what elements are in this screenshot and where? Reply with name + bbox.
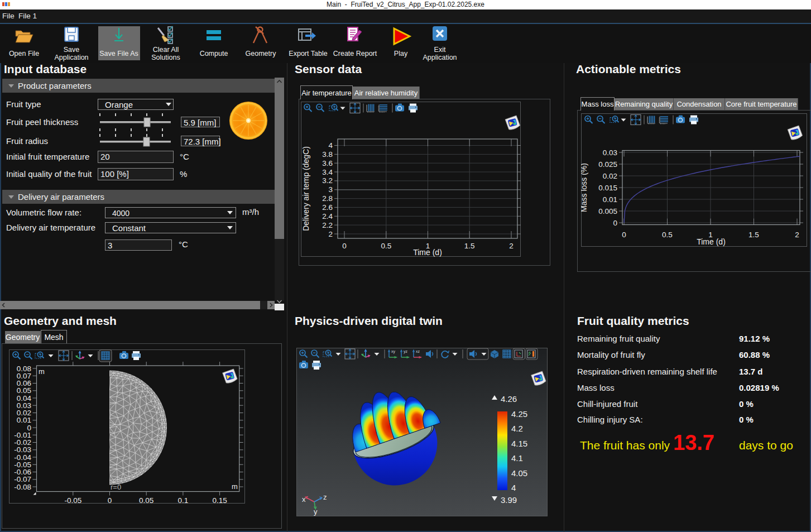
svg-text:Time (d): Time (d) xyxy=(413,248,442,257)
svg-text:0.005: 0.005 xyxy=(598,207,617,215)
svg-text:0.01: 0.01 xyxy=(603,195,617,204)
svg-text:m: m xyxy=(232,482,238,491)
svg-text:0.15: 0.15 xyxy=(212,496,227,504)
svg-text:-0.05: -0.05 xyxy=(64,496,81,504)
svg-text:0.015: 0.015 xyxy=(598,184,617,192)
svg-text:4.2: 4.2 xyxy=(511,424,523,433)
svg-text:0: 0 xyxy=(613,219,617,227)
svg-text:0: 0 xyxy=(622,231,626,239)
svg-text:0.5: 0.5 xyxy=(381,242,391,250)
svg-text:2.6: 2.6 xyxy=(322,203,333,212)
svg-text:0: 0 xyxy=(108,496,112,504)
svg-text:2.8: 2.8 xyxy=(322,194,333,203)
svg-text:1.5: 1.5 xyxy=(464,242,475,250)
svg-text:0.03: 0.03 xyxy=(603,148,617,157)
svg-text:r=0: r=0 xyxy=(111,483,121,491)
svg-text:2: 2 xyxy=(328,230,333,238)
svg-text:3.99: 3.99 xyxy=(501,495,517,505)
svg-text:0.05: 0.05 xyxy=(139,496,153,504)
svg-text:Time (d): Time (d) xyxy=(697,237,726,246)
svg-text:3: 3 xyxy=(328,185,333,194)
svg-text:4.05: 4.05 xyxy=(511,468,527,478)
svg-text:0: 0 xyxy=(342,242,347,250)
svg-text:2.2: 2.2 xyxy=(322,221,333,229)
svg-text:Delivery air temp (degC): Delivery air temp (degC) xyxy=(301,146,310,231)
svg-text:4: 4 xyxy=(511,483,516,492)
svg-text:m: m xyxy=(39,367,45,376)
svg-text:4.15: 4.15 xyxy=(511,439,527,448)
svg-text:0.025: 0.025 xyxy=(598,160,617,169)
svg-text:4.26: 4.26 xyxy=(501,394,517,404)
svg-text:z: z xyxy=(323,493,327,501)
svg-text:3.6: 3.6 xyxy=(322,159,333,167)
svg-text:2: 2 xyxy=(509,242,514,250)
svg-text:1.5: 1.5 xyxy=(748,231,759,239)
svg-text:2.4: 2.4 xyxy=(322,212,333,221)
svg-text:2: 2 xyxy=(795,231,799,239)
svg-text:3.4: 3.4 xyxy=(322,168,333,176)
svg-text:4.25: 4.25 xyxy=(511,409,527,419)
svg-text:3.2: 3.2 xyxy=(322,176,333,185)
svg-text:-0.08: -0.08 xyxy=(14,483,31,491)
svg-text:y: y xyxy=(314,507,318,516)
svg-text:3.8: 3.8 xyxy=(322,150,333,159)
svg-text:0.5: 0.5 xyxy=(662,231,673,239)
svg-text:x: x xyxy=(302,495,306,504)
svg-text:0.02: 0.02 xyxy=(603,172,617,180)
svg-text:0.1: 0.1 xyxy=(178,496,189,504)
svg-text:Mass loss (%): Mass loss (%) xyxy=(581,163,588,212)
svg-text:4.1: 4.1 xyxy=(511,453,523,463)
svg-text:4: 4 xyxy=(328,141,333,150)
